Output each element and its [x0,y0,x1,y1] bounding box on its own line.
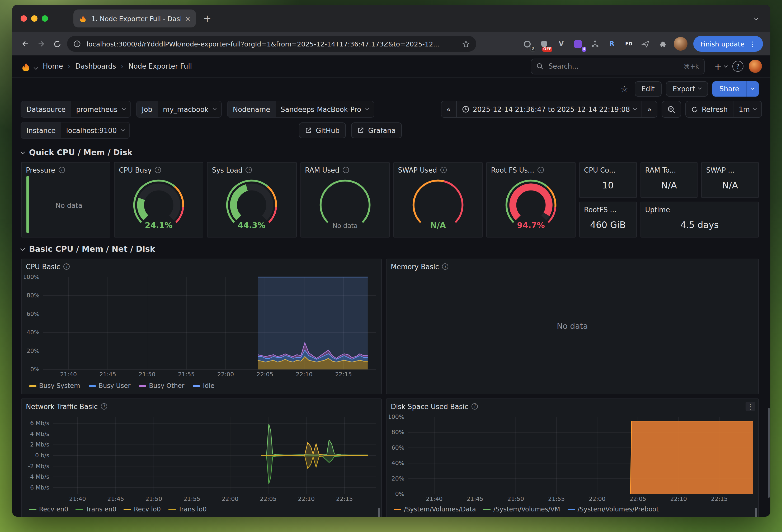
info-icon[interactable]: i [155,167,161,173]
variable-datasource[interactable]: Datasource prometheus [21,101,131,118]
panel-title[interactable]: CPU Co... [584,166,616,174]
panel-title[interactable]: RootFS ... [584,205,616,214]
refresh-interval-dropdown[interactable]: 1m [734,101,761,117]
window-minimize-button[interactable] [31,15,37,22]
tab-close-icon[interactable]: × [185,14,190,23]
panel-title[interactable]: SWAP Used [398,166,437,174]
panel-menu-kebab-icon[interactable]: ⋮ [746,402,755,411]
extension-share-icon[interactable] [590,38,601,49]
variable-value-dropdown[interactable]: my_macbook [157,101,221,117]
tab-search-chevron-icon[interactable] [750,13,762,24]
panel-title[interactable]: RAM Used [305,166,340,174]
panel-title[interactable]: RAM To... [645,166,676,174]
root-fs-gauge[interactable]: 94.7% [487,174,575,237]
variable-value-dropdown[interactable]: localhost:9100 [61,122,130,138]
info-icon[interactable]: i [58,167,65,173]
legend-item[interactable]: Busy System [29,382,80,389]
browser-tab[interactable]: 1. Node Exporter Full - Dashb × [73,9,196,28]
panel-title[interactable]: SWAP ... [706,166,735,174]
browser-profile-avatar[interactable] [674,37,688,51]
variable-value-dropdown[interactable]: prometheus [71,101,130,117]
zoom-out-button[interactable] [662,101,681,118]
bookmark-star-icon[interactable] [462,40,470,48]
export-button[interactable]: Export [666,81,708,96]
sys-load-gauge[interactable]: 44.3% [208,174,296,237]
panel-title[interactable]: Disk Space Used Basic [391,403,468,410]
legend-item[interactable]: Recv en0 [29,506,68,513]
info-icon[interactable]: i [63,263,70,270]
breadcrumb-dashboards[interactable]: Dashboards [75,62,116,70]
legend-item[interactable]: Trans en0 [76,506,116,513]
variable-nodename[interactable]: Nodename Sandeeps-MacBook-Pro [227,101,375,118]
extension-r-icon[interactable]: R [606,38,617,49]
cpu-busy-gauge[interactable]: 24.1% [115,174,203,237]
extension-purple-icon[interactable]: 4 [573,38,584,49]
time-shift-back-button[interactable]: « [441,101,457,117]
info-icon[interactable]: i [442,263,449,270]
panel-scrollbar[interactable] [755,508,757,517]
help-icon[interactable]: ? [732,61,743,72]
info-icon[interactable]: i [101,403,107,410]
legend-item[interactable]: Idle [193,382,214,389]
info-icon[interactable]: i [537,167,544,173]
edit-button[interactable]: Edit [634,81,661,96]
memory-basic-chart[interactable]: No data [389,273,756,379]
forward-button[interactable] [35,40,47,48]
dashboard-scrollbar[interactable] [768,408,770,498]
panel-title[interactable]: Sys Load [212,166,243,174]
info-icon[interactable]: i [440,167,447,173]
disk-space-chart[interactable]: 0%20%40%60%80%100%21:4021:4521:5021:5522… [389,413,756,503]
favorite-star-icon[interactable]: ☆ [621,84,628,94]
variable-job[interactable]: Job my_macbook [136,101,222,118]
add-new-button[interactable]: + [714,61,727,72]
panel-scrollbar[interactable] [378,508,380,517]
row-basic-cpu-mem-net-disk[interactable]: Basic CPU / Mem / Net / Disk [21,242,759,257]
extension-send-icon[interactable] [640,38,651,49]
panel-title[interactable]: CPU Basic [26,263,60,270]
grafana-profile-avatar[interactable] [749,60,762,73]
legend-item[interactable]: Busy Other [139,382,184,389]
site-info-icon[interactable] [73,40,81,47]
back-button[interactable] [20,40,31,48]
info-icon[interactable]: i [246,167,252,173]
legend-item[interactable]: /System/Volumes/Preboot [568,506,659,513]
refresh-button[interactable]: Refresh [686,101,734,117]
url-input[interactable] [85,39,457,48]
variable-value-dropdown[interactable]: Sandeeps-MacBook-Pro [275,101,374,117]
legend-item[interactable]: Recv lo0 [124,506,161,513]
swap-used-gauge[interactable]: N/A [394,174,482,237]
ram-used-gauge[interactable]: No data [301,174,389,237]
panel-title[interactable]: Root FS Us... [491,166,534,174]
panel-title[interactable]: Uptime [645,205,670,214]
breadcrumb-home[interactable]: Home [43,62,63,70]
github-link-button[interactable]: GitHub [299,122,346,138]
search-box[interactable]: ⌘+k [531,58,705,74]
extension-off-icon[interactable]: OFF [539,38,550,49]
cpu-basic-chart[interactable]: 0%20%40%60%80%100%21:4021:4521:5021:5522… [24,273,379,379]
legend-item[interactable]: Trans lo0 [168,506,207,513]
window-close-button[interactable] [21,15,27,22]
search-input[interactable] [547,62,680,71]
info-icon[interactable]: i [471,403,478,410]
extension-fd-icon[interactable]: FD [623,38,634,49]
reload-button[interactable] [51,40,63,48]
extension-icon[interactable]: 0 [522,38,533,49]
panel-title[interactable]: Pressure [26,166,55,174]
panel-title[interactable]: CPU Busy [119,166,151,174]
variable-instance[interactable]: Instance localhost:9100 [21,122,130,139]
extension-vimium-icon[interactable]: V [556,38,567,49]
extensions-puzzle-icon[interactable] [657,38,668,49]
row-quick-cpu-mem-disk[interactable]: Quick CPU / Mem / Disk [21,145,759,160]
org-switcher-chevron-icon[interactable] [34,61,37,71]
window-zoom-button[interactable] [42,15,48,22]
legend-item[interactable]: Busy User [89,382,131,389]
time-shift-forward-button[interactable]: » [642,101,657,117]
legend-item[interactable]: /System/Volumes/VM [484,506,560,513]
panel-title[interactable]: Memory Basic [391,263,439,270]
new-tab-button[interactable]: + [203,14,211,23]
legend-item[interactable]: /System/Volumes/Data [394,506,476,513]
pressure-plot[interactable]: No data [22,174,110,237]
network-traffic-chart[interactable]: 6 Mb/s4 Mb/s2 Mb/s0 b/s-2 Mb/s-4 Mb/s-6 … [24,413,379,503]
grafana-logo-icon[interactable] [21,61,31,72]
finish-update-button[interactable]: Finish update⋮ [694,36,763,52]
